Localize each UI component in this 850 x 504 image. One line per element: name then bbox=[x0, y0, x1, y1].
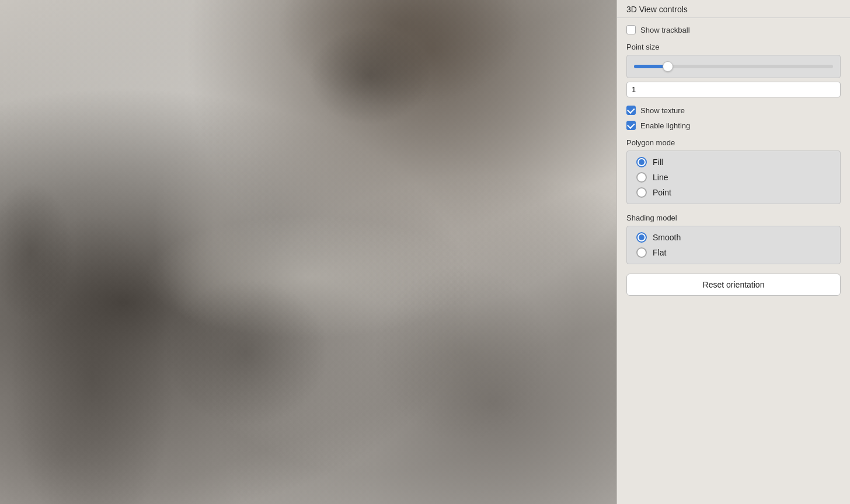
polygon-point-radio[interactable] bbox=[636, 187, 647, 198]
enable-lighting-label: Enable lighting bbox=[640, 121, 690, 130]
slider-thumb[interactable] bbox=[663, 61, 673, 72]
enable-lighting-row: Enable lighting bbox=[626, 121, 841, 130]
polygon-line-row[interactable]: Line bbox=[636, 171, 831, 184]
show-trackball-checkbox[interactable] bbox=[626, 25, 636, 34]
point-size-input[interactable] bbox=[626, 82, 841, 97]
polygon-fill-label: Fill bbox=[653, 158, 663, 167]
polygon-line-label: Line bbox=[653, 173, 668, 182]
polygon-fill-radio[interactable] bbox=[636, 157, 647, 167]
show-texture-label: Show texture bbox=[640, 106, 685, 115]
polygon-point-row[interactable]: Point bbox=[636, 186, 831, 199]
polygon-point-label: Point bbox=[653, 188, 671, 197]
point-size-section: Point size bbox=[626, 40, 841, 97]
shading-model-group: Smooth Flat bbox=[626, 226, 841, 264]
sidebar-panel: 3D View controls Show trackball Point si… bbox=[616, 0, 850, 504]
show-trackball-label: Show trackball bbox=[640, 26, 690, 34]
polygon-fill-row[interactable]: Fill bbox=[636, 156, 831, 169]
shading-smooth-radio[interactable] bbox=[636, 232, 647, 243]
sidebar-controls: Show trackball Point size Show texture E… bbox=[617, 18, 850, 303]
shading-flat-radio[interactable] bbox=[636, 247, 647, 258]
3d-viewport[interactable] bbox=[0, 0, 616, 504]
show-trackball-row: Show trackball bbox=[626, 25, 841, 34]
show-texture-checkbox[interactable] bbox=[626, 106, 636, 115]
slider-container bbox=[626, 55, 841, 78]
enable-lighting-checkbox[interactable] bbox=[626, 121, 636, 130]
sidebar-title: 3D View controls bbox=[617, 0, 850, 18]
shading-model-label: Shading model bbox=[626, 214, 841, 222]
shading-smooth-row[interactable]: Smooth bbox=[636, 231, 831, 244]
reset-orientation-button[interactable]: Reset orientation bbox=[626, 274, 841, 296]
shading-flat-label: Flat bbox=[653, 248, 666, 257]
polygon-mode-label: Polygon mode bbox=[626, 138, 841, 147]
shading-flat-row[interactable]: Flat bbox=[636, 246, 831, 259]
show-texture-row: Show texture bbox=[626, 106, 841, 115]
slider-track[interactable] bbox=[634, 65, 833, 68]
shading-smooth-label: Smooth bbox=[653, 233, 681, 242]
point-size-label: Point size bbox=[626, 43, 841, 51]
polygon-line-radio[interactable] bbox=[636, 172, 647, 183]
polygon-mode-group: Fill Line Point bbox=[626, 150, 841, 204]
